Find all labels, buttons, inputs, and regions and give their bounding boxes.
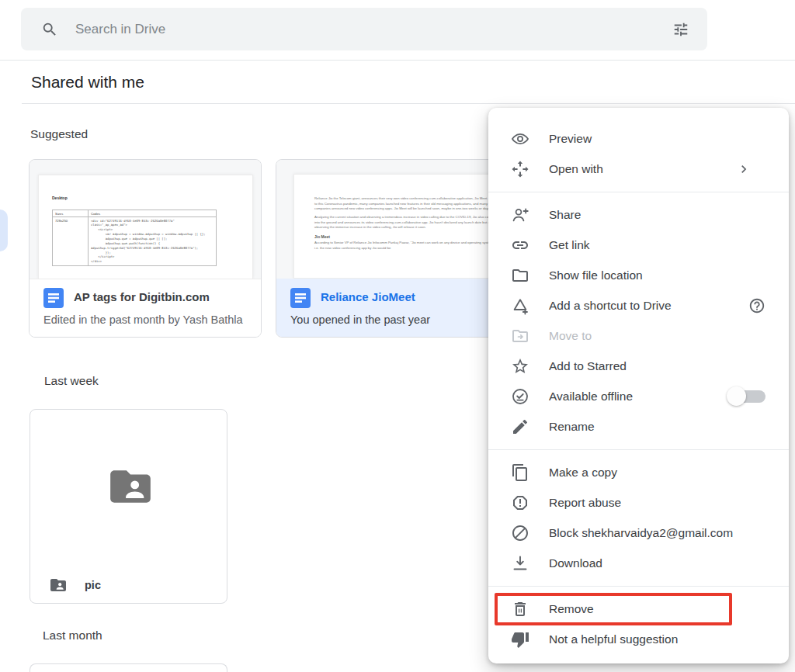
menu-item-open-with[interactable]: Open with [488,154,789,184]
menu-item-rename[interactable]: Rename [488,411,789,442]
folder-name: pic [85,579,101,591]
chevron-right-icon [736,161,752,177]
drive-shared-with-me-page: Shared with me Suggested Desktop Sizes C… [0,0,795,672]
menu-item-label: Download [549,556,765,570]
menu-item-not-helpful-suggestion[interactable]: Not a helpful suggestion [488,624,789,654]
table-header-codes: Codes [89,210,217,217]
search-icon [41,21,58,38]
menu-divider [488,586,789,587]
folder-move-icon [511,327,529,345]
copy-icon [511,463,529,482]
star-icon [511,357,529,376]
google-docs-icon [43,288,64,308]
code-line: </div> [91,259,214,264]
doc-thumbnail: Reliance Jio the Telecom giant, announce… [276,160,508,279]
thumbnail-page: Desktop Sizes Codes 728x250 <div id="627… [38,175,253,279]
menu-item-report-abuse[interactable]: Report abuse [488,487,789,518]
file-card-ap-tags[interactable]: Desktop Sizes Codes 728x250 <div id="627… [29,159,262,338]
menu-item-label: Remove [549,602,765,616]
menu-item-label: Available offline [549,390,735,404]
menu-item-label: Get link [549,238,765,252]
menu-item-label: Block shekharvaidya2@gmail.com [549,526,765,540]
menu-item-label: Preview [549,132,765,146]
card-subtitle: Edited in the past month by Yash Bathla [43,313,243,326]
thumbnail-paragraph: According to Senior VP of Reliance Jio I… [314,241,498,251]
report-icon [511,494,529,512]
drive-shortcut-icon [511,296,529,315]
thumbnail-page: Reliance Jio the Telecom giant, announce… [293,174,508,279]
menu-item-label: Move to [549,329,765,343]
tune-filters-icon[interactable] [672,21,689,38]
doc-thumbnail: Desktop Sizes Codes 728x250 <div id="627… [30,160,261,279]
header-divider [0,60,795,61]
section-label-last-week: Last week [44,374,99,388]
menu-item-download[interactable]: Download [488,548,789,578]
context-menu: PreviewOpen withShareGet linkShow file l… [488,108,789,663]
page-title: Shared with me [31,73,144,92]
menu-item-preview[interactable]: Preview [488,123,789,154]
card-title: Reliance JioMeet [321,290,415,303]
shared-folder-icon-small [49,576,68,594]
download-icon [511,554,529,573]
folder-label-row: pic [49,575,101,595]
menu-item-share[interactable]: Share [488,199,789,230]
google-docs-icon [290,288,311,308]
card-title: AP tags for Digitbin.com [74,290,210,303]
section-label-last-month: Last month [43,629,102,643]
eye-icon [511,130,529,148]
menu-item-label: Add a shortcut to Drive [549,299,748,313]
menu-item-label: Open with [549,162,736,176]
folder-card-pic[interactable]: pic [30,409,227,604]
menu-item-add-to-starred[interactable]: Add to Starred [488,351,789,381]
thumbnail-table: Sizes Codes 728x250 <div id="62749116-df… [52,210,217,266]
pencil-icon [511,417,529,436]
menu-item-get-link[interactable]: Get link [488,230,789,260]
table-cell-code: <div id="62749116-df60-4e09-843c-2626a0e… [91,219,214,265]
menu-divider [488,449,789,450]
thumbnail-heading: Desktop [52,196,68,200]
menu-item-label: Make a copy [549,466,765,480]
card-footer-selected: Reliance JioMeet You opened in the past … [276,279,508,338]
table-header-sizes: Sizes [53,210,89,217]
offline-check-icon [511,387,529,406]
menu-item-add-shortcut-to-drive[interactable]: Add a shortcut to Drive [488,290,789,320]
title-divider [22,103,795,104]
menu-item-label: Rename [549,420,765,434]
menu-item-available-offline[interactable]: Available offline [488,381,789,411]
left-edge-notch [0,210,8,251]
folder-icon [511,266,529,285]
menu-divider [488,192,789,192]
partial-card-last-month[interactable] [30,663,227,672]
menu-item-label: Report abuse [549,496,765,510]
open-with-icon [511,160,529,178]
person-add-icon [511,206,529,224]
card-subtitle: You opened in the past year [290,313,430,326]
help-icon[interactable] [748,297,765,314]
shared-folder-icon [103,462,158,511]
link-icon [511,236,529,255]
thumbnail-paragraph: Analyzing the current situation and obse… [314,215,498,230]
menu-item-label: Add to Starred [549,359,765,373]
menu-item-show-file-location[interactable]: Show file location [488,260,789,290]
menu-item-label: Share [549,208,765,222]
menu-item-block-user[interactable]: Block shekharvaidya2@gmail.com [488,518,789,548]
menu-item-label: Not a helpful suggestion [549,632,765,646]
menu-item-make-a-copy[interactable]: Make a copy [488,457,789,487]
table-cell-size: 728x250 [53,217,89,266]
file-card-reliance-jiomeet[interactable]: Reliance Jio the Telecom giant, announce… [276,159,509,338]
trash-icon [511,600,529,618]
card-footer: AP tags for Digitbin.com Edited in the p… [30,279,261,338]
search-input[interactable] [75,8,642,50]
thumb-down-icon [511,630,529,649]
thumbnail-paragraph: Reliance Jio the Telecom giant, announce… [314,196,498,212]
section-label-suggested: Suggested [30,127,88,141]
available-offline-toggle[interactable] [735,390,765,403]
menu-item-remove[interactable]: Remove [488,594,789,624]
block-icon [511,524,529,542]
menu-item-label: Show file location [549,268,765,282]
toggle-knob [727,386,746,406]
thumbnail-heading: Jio Meet [314,234,498,239]
search-bar[interactable] [21,8,707,50]
menu-item-move-to: Move to [488,320,789,351]
code-line: adpushup.triggerAd("62749116-df60-4e09-8… [91,246,214,251]
